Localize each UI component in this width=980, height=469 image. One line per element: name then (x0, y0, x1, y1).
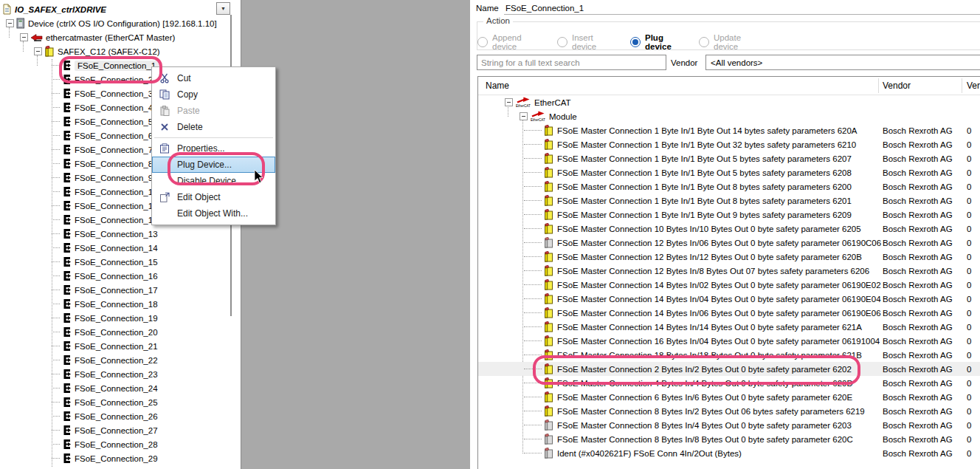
device-list-row[interactable]: FSoE Master Connection 1 Byte In/1 Byte … (478, 137, 980, 151)
tree-item-fsoe-connection[interactable]: FSoE_Connection_19 (0, 311, 241, 325)
tree-guide (524, 130, 542, 131)
device-list-row[interactable]: FSoE Master Connection 12 Bytes In/06 By… (478, 236, 980, 250)
device-list-row[interactable]: FSoE Master Connection 14 Bytes In/04 By… (478, 292, 980, 306)
tree-guide (23, 41, 24, 52)
tree-item-label: FSoE_Connection_28 (75, 440, 158, 449)
device-vendor-cell: Bosch Rexroth AG (883, 140, 953, 149)
menu-item-edit-object-with[interactable]: Edit Object With... (152, 205, 275, 222)
device-list-row[interactable]: FSoE Master Connection 1 Byte In/1 Byte … (478, 151, 980, 165)
tree-guide (524, 425, 542, 426)
menu-item-copy[interactable]: Copy (152, 86, 275, 103)
device-list-row[interactable]: FSoE Master Connection 10 Bytes In/10 By… (478, 222, 980, 236)
menu-item-label: Properties... (177, 143, 225, 154)
device-list-row[interactable]: FSoE Master Connection 12 Bytes In/8 Byt… (478, 264, 980, 278)
device-list-row[interactable]: FSoE Master Connection 1 Byte In/1 Byte … (478, 179, 980, 194)
project-title: IO_SAFEX_ctrlXDRIVE (15, 5, 106, 14)
device-version-cell: 0 (967, 281, 971, 290)
tree-guide (524, 242, 542, 244)
tree-guide (524, 439, 542, 440)
tree-item-label: FSoE_Connection_3 (75, 89, 153, 98)
menu-separator (154, 137, 273, 138)
device-list-row[interactable]: FSoE Master Connection 8 Bytes In/8 Byte… (478, 432, 980, 446)
device-list-row[interactable]: FSoE Master Connection 8 Bytes In/4 Byte… (478, 418, 980, 432)
menu-item-edit-object[interactable]: Edit Object (152, 189, 275, 205)
device-list-row[interactable]: FSoE Master Connection 2 Bytes In/2 Byte… (478, 362, 980, 376)
module-yellow-icon (544, 167, 553, 178)
plug-device-dialog: Name FSoE_Connection_1 Action Append dev… (470, 0, 980, 469)
collapse-icon[interactable] (520, 112, 528, 120)
tree-item-device[interactable]: Device (ctrlX OS I/O Configuration) [192… (0, 16, 241, 30)
menu-item-properties[interactable]: Properties... (152, 140, 275, 157)
column-header-name[interactable]: Name (486, 81, 509, 91)
fsoe-connection-icon (62, 453, 72, 464)
collapse-icon[interactable] (505, 98, 513, 106)
fsoe-connection-icon (62, 256, 72, 267)
device-list-row[interactable]: FSoE Master Connection 6 Bytes In/6 Byte… (478, 390, 980, 404)
device-list-row[interactable]: FSoE Master Connection 1 Byte In/1 Byte … (478, 123, 980, 137)
fsoe-connection-icon (62, 242, 72, 253)
tree-item-fsoe-connection[interactable]: FSoE_Connection_26 (0, 409, 241, 423)
device-list-row[interactable]: Ident (#x0402621F) FSoE Conn 4In/2Out (B… (478, 446, 980, 460)
collapse-icon[interactable] (34, 47, 42, 55)
column-header-vendor[interactable]: Vendor (883, 81, 911, 91)
device-list-row[interactable]: FSoE Master Connection 12 Bytes In/12 By… (478, 250, 980, 264)
vendor-select[interactable]: <All vendors> (705, 55, 980, 70)
radio-label: Insert device (572, 33, 596, 51)
tree-item-fsoe-connection[interactable]: FSoE_Connection_16 (0, 269, 241, 283)
column-separator[interactable] (962, 78, 962, 93)
tree-item-fsoe-connection[interactable]: FSoE_Connection_25 (0, 395, 241, 409)
device-list-row[interactable]: FSoE Master Connection 14 Bytes In/02 By… (478, 278, 980, 292)
module-yellow-icon (544, 349, 553, 360)
tree-item-fsoe-connection[interactable]: FSoE_Connection_14 (0, 241, 241, 255)
tree-item-fsoe-connection[interactable]: FSoE_Connection_15 (0, 255, 241, 269)
device-list-row[interactable]: FSoE Master Connection 8 Bytes In/2 Byte… (478, 404, 980, 418)
tree-item-fsoe-connection[interactable]: FSoE_Connection_29 (0, 451, 241, 465)
radio-plug-device[interactable]: Plug device (630, 33, 672, 51)
tree-group-module[interactable]: EtherCATModule (478, 109, 980, 123)
search-input[interactable] (477, 55, 666, 70)
device-list-row[interactable]: FSoE Master Connection 14 Bytes In/06 By… (478, 306, 980, 320)
tree-item-fsoe-connection[interactable]: FSoE_Connection_24 (0, 381, 241, 395)
tree-item-fsoe-connection[interactable]: FSoE_Connection_13 (0, 227, 241, 241)
tree-dropdown-button[interactable]: ▼ (216, 2, 230, 15)
device-list-row[interactable]: FSoE Master Connection 1 Byte In/1 Byte … (478, 165, 980, 179)
device-list-row[interactable]: FSoE Master Connection 16 Bytes In/04 By… (478, 334, 980, 348)
tree-item-fsoe-connection[interactable]: FSoE_Connection_28 (0, 437, 241, 451)
tree-item-fsoe-connection[interactable]: FSoE_Connection_22 (0, 353, 241, 367)
tree-item-fsoe-connection[interactable]: FSoE_Connection_17 (0, 283, 241, 297)
column-header-version[interactable]: Vers (967, 81, 980, 91)
device-list-row[interactable]: FSoE Master Connection 4 Bytes In/4 Byte… (478, 376, 980, 390)
tree-item-fsoe-connection[interactable]: FSoE_Connection_20 (0, 325, 241, 339)
module-yellow-icon (544, 307, 553, 318)
device-name-cell: FSoE Master Connection 1 Byte In/1 Byte … (557, 210, 852, 219)
device-list-row[interactable]: FSoE Master Connection 1 Byte In/1 Byte … (478, 208, 980, 222)
tree-item-fsoe-connection[interactable]: FSoE_Connection_18 (0, 297, 241, 311)
fsoe-connection-icon (62, 130, 72, 141)
tree-guide (524, 383, 542, 384)
tree-item-project[interactable]: IO_SAFEX_ctrlXDRIVE (0, 2, 241, 16)
device-name-cell: FSoE Master Connection 1 Byte In/1 Byte … (557, 126, 858, 135)
device-list-row[interactable]: FSoE Master Connection 14 Bytes In/14 By… (478, 320, 980, 334)
action-groupbox-label: Action (483, 16, 513, 25)
device-list-row[interactable]: FSoE Master Connection 1 Byte In/1 Byte … (478, 194, 980, 208)
name-field-underline (504, 14, 980, 15)
module-yellow-icon (544, 321, 553, 332)
device-name-cell: FSoE Master Connection 2 Bytes In/2 Byte… (557, 365, 852, 374)
collapse-icon[interactable] (20, 33, 28, 41)
tree-group-ethercat[interactable]: EtherCATEtherCAT (478, 95, 980, 109)
column-separator[interactable] (878, 78, 879, 93)
tree-item-safex[interactable]: SAFEX_C12 (SAFEX-C12) (0, 44, 241, 58)
menu-item-delete[interactable]: Delete (152, 119, 275, 135)
device-list-row[interactable]: FSoE Master Connection 18 Bytes In/18 By… (478, 348, 980, 362)
tree-item-ethercatmaster[interactable]: ethercatmaster (EtherCAT Master) (0, 30, 241, 44)
tree-item-fsoe-connection[interactable]: FSoE_Connection_21 (0, 339, 241, 353)
device-name-cell: FSoE Master Connection 14 Bytes In/14 By… (557, 323, 862, 332)
collapse-icon[interactable] (6, 19, 14, 27)
tree-item-fsoe-connection[interactable]: FSoE_Connection_27 (0, 423, 241, 437)
fsoe-connection-icon (62, 369, 72, 380)
menu-item-paste[interactable]: Paste (152, 103, 275, 119)
menu-item-cut[interactable]: Cut (152, 70, 275, 86)
device-name-cell: FSoE Master Connection 18 Bytes In/18 By… (557, 351, 862, 360)
name-field[interactable]: FSoE_Connection_1 (505, 4, 584, 13)
tree-item-fsoe-connection[interactable]: FSoE_Connection_23 (0, 367, 241, 381)
